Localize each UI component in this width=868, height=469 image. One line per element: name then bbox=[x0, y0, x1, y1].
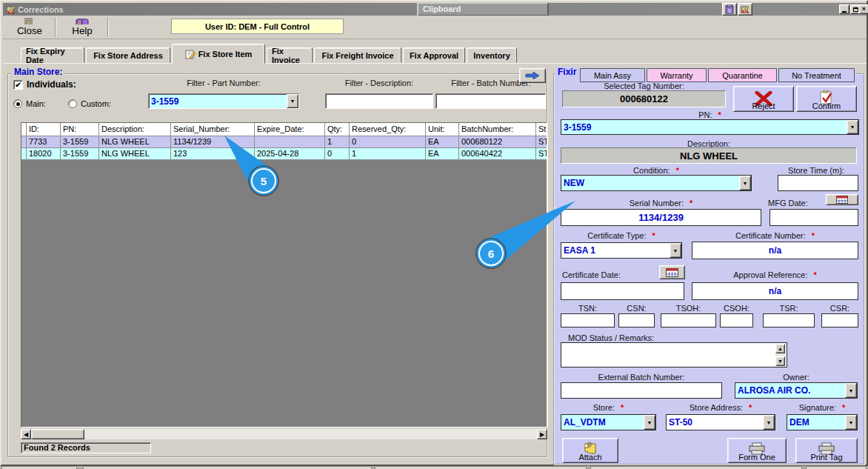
tab-main-assy[interactable]: Main Assy bbox=[580, 68, 645, 82]
store-label: Store:* bbox=[561, 403, 656, 412]
tab-fix-expiry-date[interactable]: Fix Expiry Date bbox=[21, 47, 84, 63]
condition-combo[interactable]: NEW ▼ bbox=[561, 175, 752, 191]
description-value-box: NLG WHEEL bbox=[561, 147, 857, 164]
certificate-type-combo[interactable]: EASA 1 ▼ bbox=[561, 242, 682, 259]
tab-fix-store-item[interactable]: Fix Store Item bbox=[172, 44, 265, 64]
main-store-title: Main Store: bbox=[12, 67, 64, 77]
approval-reference-input[interactable] bbox=[692, 282, 858, 300]
filter-part-number-combo[interactable]: 3-1559 ▼ bbox=[148, 93, 299, 109]
certificate-date-calendar-button[interactable] bbox=[659, 265, 685, 279]
scroll-left-button[interactable]: ◀ bbox=[21, 429, 31, 439]
certificate-number-input[interactable] bbox=[692, 242, 858, 259]
mod-status-textarea[interactable] bbox=[561, 343, 787, 367]
scroll-right-icon: ▶ bbox=[540, 431, 544, 438]
required-marker: * bbox=[814, 270, 817, 279]
form-one-button[interactable]: Form One bbox=[727, 438, 787, 463]
corrections-tool-button[interactable] bbox=[738, 3, 752, 16]
tab-fix-invoice[interactable]: Fix Invoice bbox=[267, 47, 313, 63]
tab-fix-store-address[interactable]: Fix Store Address bbox=[86, 47, 170, 63]
individuals-checkbox[interactable]: ✔ bbox=[13, 80, 23, 90]
tab-fix-freight-invoice[interactable]: Fix Freight Invoice bbox=[314, 47, 401, 63]
dropdown-arrow-icon[interactable]: ▼ bbox=[845, 415, 857, 430]
calendar-icon bbox=[666, 268, 678, 277]
csr-input[interactable] bbox=[821, 313, 858, 327]
individuals-checkbox-row[interactable]: ✔ Individuals: bbox=[13, 79, 76, 90]
dropdown-arrow-icon[interactable]: ▼ bbox=[845, 383, 857, 398]
store-time-input[interactable] bbox=[778, 175, 858, 191]
filter-description-label: Filter - Description: bbox=[325, 79, 433, 87]
transfer-arrow-button[interactable] bbox=[519, 68, 546, 83]
tsoh-input[interactable] bbox=[661, 313, 716, 327]
tab-no-treatment[interactable]: No Treatment bbox=[778, 68, 855, 82]
store-address-combo[interactable]: ST-50 ▼ bbox=[666, 414, 775, 430]
help-button[interactable]: Help bbox=[60, 16, 104, 38]
grid-header-cell: Description: bbox=[99, 123, 171, 136]
dropdown-arrow-icon[interactable]: ▼ bbox=[670, 243, 681, 258]
radio-main-row[interactable]: Main: bbox=[13, 99, 46, 108]
background-window-fragment bbox=[375, 466, 587, 469]
records-found-text: Found 2 Records bbox=[24, 443, 90, 452]
scrollbar-thumb[interactable] bbox=[31, 429, 84, 439]
dropdown-arrow-icon[interactable]: ▼ bbox=[847, 120, 858, 134]
pn-combo[interactable]: 3-1559 ▼ bbox=[561, 119, 859, 135]
scroll-right-button[interactable]: ▶ bbox=[537, 429, 547, 439]
certificate-number-label-text: Certificate Number: bbox=[735, 231, 806, 240]
radio-custom-row[interactable]: Custom: bbox=[68, 99, 111, 108]
tab-inventory[interactable]: Inventory bbox=[467, 47, 517, 63]
store-combo[interactable]: AL_VDTM ▼ bbox=[561, 414, 656, 430]
csoh-input[interactable] bbox=[720, 313, 753, 327]
dropdown-arrow-icon[interactable]: ▼ bbox=[763, 415, 775, 430]
store-items-grid[interactable]: ID:PN:Description:Serial_Number:Expire_D… bbox=[21, 122, 547, 428]
mod-status-label: MOD Status / Remarks: bbox=[568, 333, 654, 342]
close-button[interactable]: Close bbox=[7, 16, 52, 38]
condition-label-text: Condition: bbox=[633, 166, 670, 175]
external-batch-input[interactable] bbox=[561, 382, 722, 399]
scroll-up-button[interactable]: ▲ bbox=[775, 344, 785, 353]
tsr-input[interactable] bbox=[763, 313, 815, 327]
minimize-button[interactable] bbox=[839, 4, 849, 14]
mfg-date-input[interactable] bbox=[769, 209, 858, 226]
mod-status-scrollbar[interactable]: ▲ ▼ bbox=[775, 344, 786, 366]
filter-batch-number-input[interactable] bbox=[435, 93, 546, 109]
signature-combo[interactable]: DEM ▼ bbox=[787, 414, 858, 430]
filter-description-input[interactable] bbox=[325, 93, 433, 109]
tsn-input[interactable] bbox=[561, 313, 615, 327]
close-window-button[interactable]: × bbox=[858, 4, 868, 14]
grid-cell: NLG WHEEL bbox=[99, 136, 171, 148]
close-door-icon bbox=[22, 18, 37, 24]
certificate-type-value: EASA 1 bbox=[561, 244, 670, 257]
serial-label-text: Serial Number: bbox=[630, 199, 684, 207]
scroll-down-button[interactable]: ▼ bbox=[775, 356, 785, 366]
confirm-label: Confirm bbox=[812, 102, 841, 110]
clipboard-tool-button[interactable]: S bbox=[722, 3, 737, 16]
selected-tag-value-box: 000680122 bbox=[562, 90, 726, 107]
confirm-button[interactable]: Confirm bbox=[796, 86, 857, 112]
tab-fix-approval[interactable]: Fix Approval bbox=[403, 47, 465, 63]
close-button-label: Close bbox=[17, 25, 42, 36]
print-tag-button[interactable]: Print Tag bbox=[795, 438, 858, 463]
tab-label: Fix Expiry Date bbox=[26, 47, 79, 64]
dropdown-arrow-icon[interactable]: ▼ bbox=[739, 176, 751, 190]
required-marker: * bbox=[676, 166, 679, 175]
dropdown-arrow-icon[interactable]: ▼ bbox=[644, 415, 655, 430]
tab-warranty[interactable]: Warranty bbox=[647, 68, 707, 82]
clipboard-caption-bar[interactable]: Clipboard bbox=[417, 2, 549, 16]
dropdown-arrow-icon[interactable]: ▼ bbox=[287, 94, 298, 108]
certificate-date-input[interactable] bbox=[561, 282, 684, 300]
certificate-type-label-text: Certificate Type: bbox=[587, 231, 646, 240]
approval-reference-label-text: Approval Reference: bbox=[733, 270, 807, 279]
reject-button[interactable]: Reject bbox=[733, 86, 794, 112]
owner-combo[interactable]: ALROSA AIR CO. ▼ bbox=[735, 382, 858, 399]
tsoh-label: TSOH: bbox=[661, 304, 716, 313]
radio-custom[interactable] bbox=[68, 99, 77, 108]
grid-row[interactable]: 180203-1559NLG WHEEL1232025-04-2801EA000… bbox=[21, 148, 547, 160]
attach-button[interactable]: Attach bbox=[562, 438, 618, 463]
grid-horizontal-scrollbar[interactable]: ◀ ▶ bbox=[21, 429, 547, 439]
radio-main[interactable] bbox=[13, 99, 22, 108]
csn-input[interactable] bbox=[618, 313, 655, 327]
selected-tag-label: Selected Tag Number: bbox=[562, 82, 726, 90]
serial-number-input[interactable] bbox=[561, 209, 761, 226]
grid-row[interactable]: 77333-1559NLG WHEEL1134/123910EA00068012… bbox=[21, 136, 547, 148]
tab-quarantine[interactable]: Quarantine bbox=[708, 68, 777, 82]
mfg-date-calendar-button[interactable] bbox=[826, 194, 858, 205]
